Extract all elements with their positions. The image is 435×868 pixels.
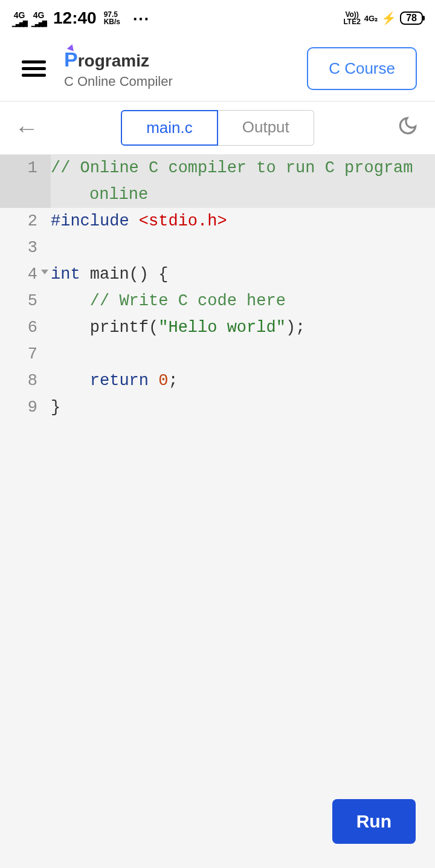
line-number: 8: [0, 368, 51, 394]
tab-output[interactable]: Output: [218, 110, 314, 146]
line-number: 6: [0, 314, 51, 341]
tab-main-c[interactable]: main.c: [121, 110, 218, 146]
app-header: Programiz C Online Compiler C Course: [0, 36, 435, 102]
code-line[interactable]: 1 // Online C compiler to run C program …: [0, 155, 435, 208]
charging-icon: ⚡: [381, 11, 396, 25]
menu-icon[interactable]: [22, 60, 46, 77]
line-number: 3: [0, 235, 51, 261]
course-button[interactable]: C Course: [307, 47, 417, 90]
code-line[interactable]: 8 return 0;: [0, 368, 435, 394]
page-subtitle: C Online Compiler: [64, 74, 289, 89]
network-type: 4G₂: [364, 14, 378, 23]
code-line[interactable]: 7: [0, 341, 435, 368]
code-line[interactable]: 9 }: [0, 394, 435, 421]
line-number: 5: [0, 288, 51, 314]
net-speed: 97.5 KB/s: [104, 11, 120, 25]
more-icon: ⋯: [132, 8, 150, 28]
status-bar: 4G ▁▃▅▇ 4G ▁▃▅▇ 12:40 97.5 KB/s ⋯ Vo)) L…: [0, 0, 435, 36]
code-line[interactable]: 2 #include <stdio.h>: [0, 208, 435, 235]
status-left: 4G ▁▃▅▇ 4G ▁▃▅▇ 12:40 97.5 KB/s ⋯: [12, 8, 150, 28]
line-number: 2: [0, 208, 51, 235]
line-number: 4: [0, 261, 51, 288]
back-arrow-icon[interactable]: ←: [14, 114, 39, 141]
code-line[interactable]: 4 int main() {: [0, 261, 435, 288]
fold-icon[interactable]: [41, 270, 48, 274]
line-number: 1: [0, 155, 51, 208]
volte-icon: Vo)) LTE2: [343, 11, 360, 25]
tab-bar: ← main.c Output: [0, 102, 435, 155]
tabs: main.c Output: [121, 110, 314, 146]
logo: Programiz: [64, 48, 289, 71]
clock: 12:40: [53, 8, 97, 28]
status-right: Vo)) LTE2 4G₂ ⚡ 78: [343, 11, 423, 25]
signal-1: 4G ▁▃▅▇: [12, 10, 27, 27]
line-number: 9: [0, 394, 51, 421]
run-button[interactable]: Run: [332, 799, 416, 844]
code-line[interactable]: 3: [0, 235, 435, 261]
code-editor[interactable]: 1 // Online C compiler to run C program …: [0, 155, 435, 868]
theme-toggle-icon[interactable]: [398, 115, 418, 141]
brand: Programiz C Online Compiler: [64, 48, 289, 89]
battery-indicator: 78: [400, 11, 423, 25]
code-line[interactable]: 5 // Write C code here: [0, 288, 435, 314]
signal-2: 4G ▁▃▅▇: [31, 10, 46, 27]
line-number: 7: [0, 341, 51, 368]
code-line[interactable]: 6 printf("Hello world");: [0, 314, 435, 341]
